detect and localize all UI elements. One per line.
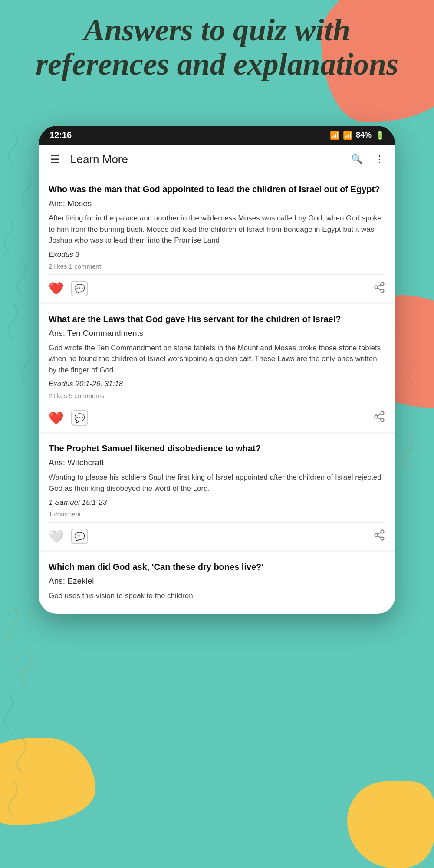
card-2-comment-button[interactable]: 💬 [71, 410, 88, 426]
status-time: 12:16 [49, 130, 72, 140]
card-3-reference: 1 Samuel 15:1-23 [49, 498, 385, 507]
card-1-reference: Exodus 3 [49, 250, 385, 259]
card-3-meta: 1 comment [49, 510, 385, 523]
card-2-answer: Ans: Ten Commandments [49, 329, 385, 338]
svg-line-4 [378, 284, 381, 286]
comment-icon: 💬 [74, 283, 85, 294]
svg-line-8 [378, 418, 381, 420]
card-1-share-button[interactable] [373, 281, 385, 296]
phone-mockup: 12:16 📶 📶 84% 🔋 ☰ Learn More 🔍 ⋮ Who was… [39, 126, 395, 614]
card-3-actions-left: 🤍 💬 [49, 529, 88, 544]
phone-screen: 12:16 📶 📶 84% 🔋 ☰ Learn More 🔍 ⋮ Who was… [39, 126, 395, 614]
card-3: The Prophet Samuel likened disobedience … [39, 434, 395, 550]
wifi-icon: 📶 [330, 131, 339, 140]
card-4: Which man did God ask, 'Can these dry bo… [39, 552, 395, 612]
card-2-question: What are the Laws that God gave His serv… [49, 313, 385, 325]
status-bar: 12:16 📶 📶 84% 🔋 [39, 126, 395, 145]
card-1-comment-button[interactable]: 💬 [71, 281, 88, 296]
card-2-meta: 2 likes 5 comments [49, 392, 385, 404]
battery-text: 84% [356, 131, 372, 140]
comment-icon-3: 💬 [74, 531, 85, 542]
battery-icon: 🔋 [375, 131, 385, 140]
card-3-like-button[interactable]: 🤍 [49, 529, 64, 544]
header-section: Answers to quiz with references and expl… [26, 13, 408, 82]
content-list: Who was the man that God appointed to le… [39, 174, 395, 612]
svg-line-13 [378, 536, 381, 538]
app-bar: ☰ Learn More 🔍 ⋮ [39, 145, 395, 174]
card-2: What are the Laws that God gave His serv… [39, 304, 395, 432]
card-4-answer: Ans: Ezekiel [49, 576, 385, 586]
card-1-answer: Ans: Moses [49, 199, 385, 208]
comment-icon-2: 💬 [74, 413, 85, 423]
card-1-meta: 2 likes 1 comment [49, 263, 385, 275]
card-4-explanation: God uses this vision to speak to the chi… [49, 590, 385, 602]
app-title: Learn More [70, 153, 350, 166]
card-3-explanation: Wanting to please his soldiers Saul the … [49, 472, 385, 494]
card-1-actions-left: ❤️ 💬 [49, 281, 88, 296]
card-1-like-button[interactable]: ❤️ [49, 281, 64, 296]
card-3-comment-button[interactable]: 💬 [71, 529, 88, 544]
card-3-answer: Ans: Witchcraft [49, 458, 385, 467]
card-1-explanation: After living for in the palace and anoth… [49, 213, 385, 246]
card-2-explanation: God wrote the Ten Commandment on stone t… [49, 342, 385, 376]
card-3-question: The Prophet Samuel likened disobedience … [49, 442, 385, 454]
card-2-reference: Exodus 20:1-26, 31:18 [49, 380, 385, 388]
app-bar-icons: 🔍 ⋮ [350, 152, 386, 166]
card-1-actions: ❤️ 💬 [49, 279, 385, 296]
card-2-actions: ❤️ 💬 [49, 408, 385, 426]
card-2-share-button[interactable] [373, 411, 385, 425]
svg-line-9 [378, 414, 381, 416]
svg-line-14 [378, 533, 381, 535]
card-2-actions-left: ❤️ 💬 [49, 410, 88, 426]
card-3-share-button[interactable] [373, 529, 385, 544]
card-1: Who was the man that God appointed to le… [39, 174, 395, 302]
more-options-button[interactable]: ⋮ [372, 152, 386, 166]
menu-button[interactable]: ☰ [48, 152, 62, 166]
search-button[interactable]: 🔍 [350, 152, 364, 166]
card-1-question: Who was the man that God appointed to le… [49, 183, 385, 195]
card-4-question: Which man did God ask, 'Can these dry bo… [49, 561, 385, 573]
card-2-like-button[interactable]: ❤️ [49, 411, 64, 425]
signal-icon: 📶 [343, 131, 352, 140]
svg-line-3 [378, 288, 381, 290]
status-right: 📶 📶 84% 🔋 [330, 131, 385, 140]
card-3-actions: 🤍 💬 [49, 527, 385, 544]
header-title: Answers to quiz with references and expl… [26, 13, 408, 82]
